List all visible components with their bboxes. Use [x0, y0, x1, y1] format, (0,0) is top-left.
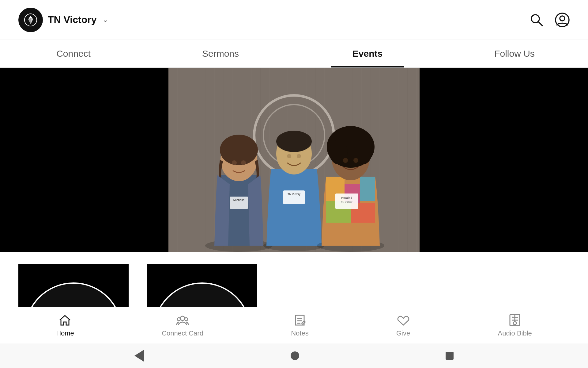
svg-point-41 — [180, 316, 185, 320]
nav-give[interactable]: Give — [396, 313, 410, 337]
header: TN Victory ⌄ — [0, 0, 588, 40]
svg-point-42 — [177, 318, 180, 321]
svg-point-12 — [232, 160, 237, 165]
org-logo[interactable] — [18, 8, 43, 32]
nav-notes[interactable]: Notes — [291, 313, 308, 337]
svg-point-1 — [531, 15, 539, 23]
svg-point-20 — [297, 154, 301, 158]
bottom-nav: Home Connect Card Notes Give — [0, 307, 588, 343]
notes-icon — [293, 313, 307, 327]
svg-text:Michelle: Michelle — [233, 198, 245, 202]
header-left: TN Victory ⌄ — [18, 8, 108, 32]
svg-point-19 — [287, 154, 291, 158]
svg-point-18 — [276, 131, 312, 152]
org-dropdown-icon[interactable]: ⌄ — [103, 16, 108, 24]
connect-card-icon — [176, 313, 189, 327]
nav-home[interactable]: Home — [56, 313, 74, 337]
svg-point-4 — [560, 16, 565, 21]
nav-sermons[interactable]: Sermons — [147, 40, 294, 67]
android-recents-button[interactable] — [446, 352, 454, 360]
android-nav-bar — [0, 343, 588, 368]
svg-point-50 — [513, 322, 516, 325]
hero-banner: Michelle TN Victory — [0, 68, 588, 252]
main-nav: Connect Sermons Events Follow Us — [0, 40, 588, 68]
search-button[interactable] — [529, 13, 544, 27]
svg-point-43 — [185, 318, 188, 321]
org-name: TN Victory — [48, 14, 96, 25]
svg-text:TN Victory: TN Victory — [341, 201, 352, 203]
svg-rect-26 — [360, 177, 375, 201]
svg-text:Rosalind: Rosalind — [341, 196, 352, 199]
svg-point-33 — [343, 158, 348, 163]
nav-connect-card[interactable]: Connect Card — [162, 313, 203, 337]
svg-text:TN Victory: TN Victory — [288, 193, 300, 196]
nav-connect[interactable]: Connect — [0, 40, 147, 67]
nav-audio-bible[interactable]: + Audio Bible — [498, 313, 532, 337]
android-back-button[interactable] — [134, 350, 144, 362]
give-icon — [397, 313, 410, 327]
svg-point-34 — [353, 158, 358, 163]
hero-image: Michelle TN Victory — [168, 68, 420, 252]
svg-point-11 — [220, 135, 258, 165]
android-home-button[interactable] — [291, 351, 299, 360]
nav-follow-us[interactable]: Follow Us — [441, 40, 588, 67]
home-icon — [58, 313, 72, 327]
nav-events[interactable]: Events — [294, 40, 441, 67]
profile-button[interactable] — [555, 13, 570, 27]
header-actions — [529, 13, 570, 27]
svg-text:+: + — [512, 316, 514, 317]
svg-line-2 — [538, 22, 543, 26]
svg-point-13 — [241, 160, 246, 165]
audio-bible-icon: + — [508, 313, 522, 327]
